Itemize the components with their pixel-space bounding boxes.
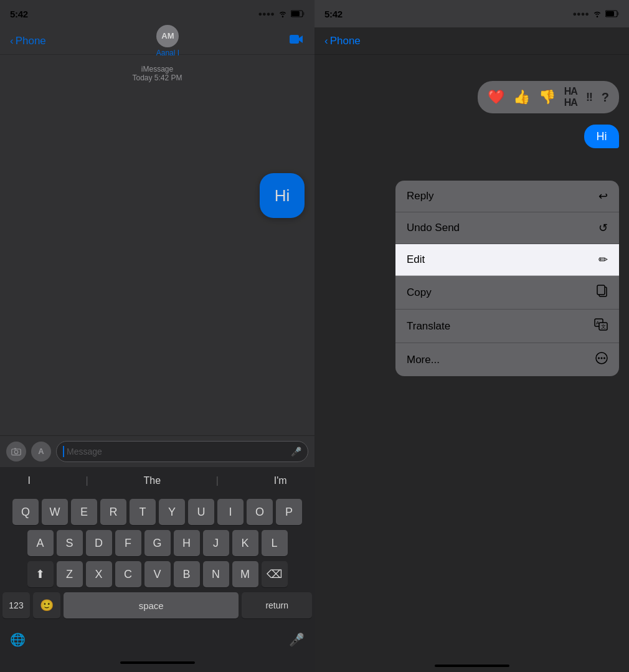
pred-word-2[interactable]: The	[144, 475, 161, 486]
key-z[interactable]: Z	[57, 561, 83, 587]
svg-point-5	[14, 450, 18, 454]
key-h[interactable]: H	[174, 530, 200, 556]
status-time-right: 5:42	[324, 9, 343, 19]
key-123[interactable]: 123	[2, 592, 30, 618]
key-n[interactable]: N	[203, 561, 229, 587]
reaction-haha[interactable]: HAHA	[564, 86, 577, 108]
key-b[interactable]: B	[174, 561, 200, 587]
apps-button[interactable]: A	[31, 442, 51, 461]
key-r[interactable]: R	[100, 499, 126, 525]
context-menu-copy[interactable]: Copy	[395, 276, 619, 310]
input-placeholder: Message	[67, 447, 102, 457]
wifi-icon-left	[278, 10, 288, 17]
reaction-question[interactable]: ?	[602, 90, 609, 105]
key-space[interactable]: space	[64, 592, 239, 618]
reaction-exclaim[interactable]: ‼	[586, 91, 593, 104]
key-row-1: Q W E R T Y U I O P	[2, 499, 312, 525]
chevron-left-icon-left: ‹	[10, 35, 14, 47]
key-s[interactable]: S	[57, 530, 83, 556]
reaction-thumbsup[interactable]: 👍	[513, 89, 530, 105]
key-emoji[interactable]: 🙂	[33, 592, 60, 618]
right-panel: 5:42 ●●●● ‹ Phone ❤️ 👍 👎 HAHA ‼ ?	[314, 0, 629, 672]
context-menu-more[interactable]: More...	[395, 343, 619, 376]
status-bar-left: 5:42 ●●●●	[0, 0, 314, 27]
globe-icon-left[interactable]: 🌐	[10, 632, 26, 647]
message-area-left: iMessage Today 5:42 PM Hi	[0, 55, 314, 435]
svg-point-19	[603, 357, 605, 359]
context-reply-label: Reply	[407, 190, 433, 202]
context-menu-translate[interactable]: Translate A 文	[395, 310, 619, 343]
camera-button[interactable]	[6, 442, 26, 461]
status-icons-left: ●●●●	[258, 10, 305, 17]
mic-icon-left[interactable]: 🎤	[289, 632, 305, 647]
key-a[interactable]: A	[27, 530, 54, 556]
hi-bubble-right: Hi	[584, 125, 619, 148]
predictive-bar: I | The | I'm	[0, 466, 314, 494]
hi-bubble-icon: Hi	[260, 173, 305, 218]
key-return[interactable]: return	[242, 592, 312, 618]
left-panel: 5:42 ●●●● ‹ Phone AM Aanal I	[0, 0, 314, 672]
chevron-left-icon-right: ‹	[324, 35, 328, 47]
status-icons-right: ●●●●	[572, 10, 619, 17]
context-menu-edit[interactable]: Edit ✏	[395, 244, 619, 276]
svg-rect-9	[606, 11, 614, 16]
key-y[interactable]: Y	[159, 499, 185, 525]
home-indicator-right	[314, 665, 629, 667]
back-button-left[interactable]: ‹ Phone	[10, 35, 46, 47]
key-o[interactable]: O	[247, 499, 273, 525]
battery-icon-right	[605, 10, 619, 17]
key-k[interactable]: K	[232, 530, 258, 556]
back-label-right: Phone	[330, 35, 361, 47]
key-f[interactable]: F	[115, 530, 141, 556]
key-v[interactable]: V	[144, 561, 171, 587]
imessage-label: iMessage	[141, 65, 173, 73]
context-menu: Reply ↩ Undo Send ↺ Edit ✏ Copy Translat…	[395, 181, 619, 376]
pred-word-3[interactable]: I'm	[274, 475, 287, 486]
input-bar-left: A Message 🎤	[0, 435, 314, 466]
key-d[interactable]: D	[86, 530, 112, 556]
svg-rect-1	[303, 12, 305, 16]
battery-icon-left	[291, 10, 305, 17]
key-l[interactable]: L	[262, 530, 288, 556]
svg-point-18	[598, 357, 600, 359]
reaction-bar: ❤️ 👍 👎 HAHA ‼ ?	[478, 81, 619, 113]
nav-bar-right: ‹ Phone	[314, 27, 629, 55]
message-input[interactable]: Message 🎤	[56, 441, 308, 462]
svg-rect-8	[618, 12, 619, 16]
context-menu-reply[interactable]: Reply ↩	[395, 181, 619, 212]
key-j[interactable]: J	[203, 530, 229, 556]
bottom-bar-left: 🌐 🎤	[0, 626, 314, 653]
key-e[interactable]: E	[71, 499, 97, 525]
context-edit-label: Edit	[407, 253, 425, 266]
context-undo-label: Undo Send	[407, 222, 460, 234]
home-bar-right	[435, 665, 509, 667]
key-q[interactable]: Q	[12, 499, 39, 525]
key-g[interactable]: G	[144, 530, 171, 556]
key-delete[interactable]: ⌫	[262, 561, 288, 587]
key-t[interactable]: T	[130, 499, 156, 525]
context-edit-icon: ✏	[598, 253, 608, 267]
pred-word-1[interactable]: I	[27, 475, 30, 486]
svg-point-17	[601, 357, 603, 359]
key-i[interactable]: I	[217, 499, 244, 525]
avatar-left: AM	[156, 25, 179, 47]
key-shift[interactable]: ⬆	[27, 561, 54, 587]
key-row-3: ⬆ Z X C V B N M ⌫	[2, 561, 312, 587]
reaction-thumbsdown[interactable]: 👎	[539, 89, 556, 105]
key-u[interactable]: U	[188, 499, 214, 525]
back-button-right[interactable]: ‹ Phone	[324, 35, 361, 47]
context-copy-label: Copy	[407, 286, 432, 299]
key-c[interactable]: C	[115, 561, 141, 587]
wifi-icon-right	[592, 10, 602, 17]
context-more-icon	[595, 352, 608, 367]
key-x[interactable]: X	[86, 561, 112, 587]
key-p[interactable]: P	[276, 499, 302, 525]
svg-rect-11	[597, 285, 605, 295]
video-call-button-left[interactable]	[290, 34, 305, 48]
context-undo-icon: ↺	[598, 221, 608, 235]
nav-title-left[interactable]: AM Aanal I	[156, 25, 179, 57]
reaction-heart[interactable]: ❤️	[488, 89, 504, 105]
key-m[interactable]: M	[232, 561, 258, 587]
context-menu-undo-send[interactable]: Undo Send ↺	[395, 212, 619, 244]
key-w[interactable]: W	[42, 499, 68, 525]
